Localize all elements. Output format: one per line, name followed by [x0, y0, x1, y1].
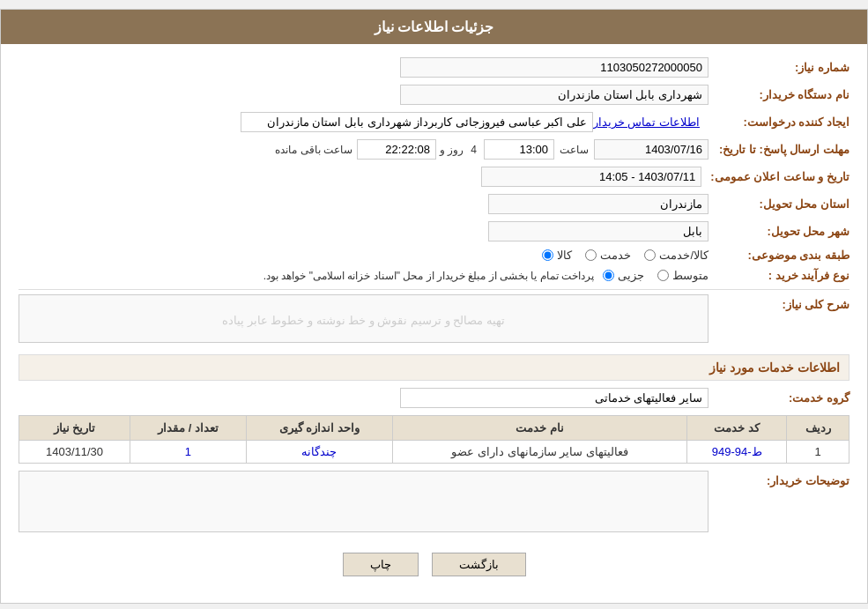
purchase-type-label: نوع فرآیند خرید : [708, 269, 849, 282]
buyer-notes-label: توضیحات خریدار: [708, 471, 849, 487]
buyer-notes-row: توضیحات خریدار: [19, 471, 849, 532]
service-group-input [400, 388, 708, 408]
deadline-time-input [484, 139, 554, 160]
remaining-label: ساعت باقی مانده [275, 144, 352, 156]
category-row: طبقه بندی موضوعی: کالا/خدمت خدمت کالا [19, 249, 849, 262]
table-body: 1 ط-94-949 فعالیتهای سایر سازمانهای دارا… [19, 441, 849, 464]
delivery-province-label: استان محل تحویل: [708, 197, 849, 211]
need-number-input [400, 57, 708, 78]
purchase-motevaset-label: متوسط [672, 269, 708, 282]
cell-qty: 1 [130, 441, 247, 464]
purchase-type-radio-group: متوسط جزیی [603, 269, 708, 282]
delivery-city-label: شهر محل تحویل: [708, 225, 849, 238]
purchase-jozi-item: جزیی [603, 269, 644, 282]
deadline-row: مهلت ارسال پاسخ: تا تاریخ: ساعت 4 روز و … [19, 139, 849, 160]
back-button[interactable]: بازگشت [432, 553, 526, 576]
buyer-org-label: نام دستگاه خریدار: [708, 88, 849, 101]
category-kala-radio[interactable] [542, 249, 553, 261]
category-kala-label: کالا [557, 249, 572, 262]
col-header-name: نام خدمت [393, 416, 687, 441]
creator-input [241, 112, 593, 132]
category-khadamat-radio[interactable] [585, 249, 597, 261]
category-label: طبقه بندی موضوعی: [708, 249, 849, 262]
category-kala-khadamat-item: کالا/خدمت [644, 249, 708, 262]
creator-row: ایجاد کننده درخواست: اطلاعات تماس خریدار [19, 112, 849, 132]
col-header-unit: واحد اندازه گیری [246, 416, 392, 441]
purchase-type-row: نوع فرآیند خرید : متوسط جزیی پرداخت تمام… [19, 269, 849, 282]
remaining-day-label: روز و [440, 144, 464, 156]
purchase-motevaset-radio[interactable] [657, 270, 669, 281]
services-table: ردیف کد خدمت نام خدمت واحد اندازه گیری ت… [19, 415, 849, 464]
creator-label: ایجاد کننده درخواست: [708, 115, 849, 129]
need-number-row: شماره نیاز: [19, 57, 849, 78]
category-kala-khadamat-label: کالا/خدمت [659, 249, 708, 262]
page-header: جزئیات اطلاعات نیاز [1, 10, 867, 44]
divider1 [19, 289, 849, 290]
buyer-org-row: نام دستگاه خریدار: [19, 85, 849, 105]
cell-code: ط-94-949 [686, 441, 786, 464]
remaining-time-input [357, 139, 436, 160]
table-header-row: ردیف کد خدمت نام خدمت واحد اندازه گیری ت… [19, 416, 849, 441]
category-kala-khadamat-radio[interactable] [644, 249, 656, 261]
announce-label: تاریخ و ساعت اعلان عمومی: [701, 170, 849, 183]
need-desc-row: شرح کلی نیاز: تهیه مصالح و ترسیم نقوش و … [19, 294, 849, 345]
content-area: شماره نیاز: نام دستگاه خریدار: ایجاد کنن… [1, 44, 867, 603]
table-row: 1 ط-94-949 فعالیتهای سایر سازمانهای دارا… [19, 441, 849, 464]
print-button[interactable]: چاپ [343, 553, 419, 576]
footer-buttons: بازگشت چاپ [19, 539, 849, 590]
cell-date: 1403/11/30 [19, 441, 130, 464]
remaining-days-value: 4 [471, 144, 477, 156]
col-header-code: کد خدمت [686, 416, 786, 441]
need-desc-textarea[interactable] [19, 294, 708, 343]
purchase-motevaset-item: متوسط [657, 269, 708, 282]
cell-rownum: 1 [787, 441, 849, 464]
buyer-notes-textarea[interactable] [19, 471, 708, 532]
purchase-jozi-radio[interactable] [603, 270, 614, 281]
delivery-city-input [488, 221, 708, 241]
cell-unit: چندگانه [246, 441, 392, 464]
page-container: جزئیات اطلاعات نیاز شماره نیاز: نام دستگ… [0, 9, 868, 604]
buyer-org-input [400, 85, 708, 105]
purchase-type-note: پرداخت تمام یا بخشی از مبلغ خریدار از مح… [263, 270, 594, 282]
category-khadamat-item: خدمت [585, 249, 631, 262]
service-group-row: گروه خدمت: [19, 388, 849, 408]
category-radio-group: کالا/خدمت خدمت کالا [542, 249, 708, 262]
need-desc-label: شرح کلی نیاز: [708, 294, 849, 311]
announce-input [481, 167, 701, 187]
category-khadamat-label: خدمت [600, 249, 631, 262]
announce-row: تاریخ و ساعت اعلان عمومی: [19, 167, 849, 187]
need-number-label: شماره نیاز: [708, 61, 849, 74]
deadline-label: مهلت ارسال پاسخ: تا تاریخ: [708, 143, 849, 156]
page-title: جزئیات اطلاعات نیاز [375, 19, 494, 34]
col-header-rownum: ردیف [787, 416, 849, 441]
cell-name: فعالیتهای سایر سازمانهای دارای عضو [393, 441, 687, 464]
deadline-date-input [594, 139, 708, 160]
delivery-province-row: استان محل تحویل: [19, 194, 849, 214]
service-group-label: گروه خدمت: [708, 391, 849, 405]
delivery-city-row: شهر محل تحویل: [19, 221, 849, 241]
purchase-jozi-label: جزیی [618, 269, 644, 282]
need-desc-area: تهیه مصالح و ترسیم نقوش و خط نوشته و خطو… [19, 294, 708, 345]
col-header-qty: تعداد / مقدار [130, 416, 247, 441]
delivery-province-input [488, 194, 708, 214]
deadline-time-label: ساعت [560, 144, 589, 156]
creator-contact-link[interactable]: اطلاعات تماس خریدار [593, 115, 700, 129]
services-section-header: اطلاعات خدمات مورد نیاز [19, 354, 849, 381]
category-kala-item: کالا [542, 249, 572, 262]
col-header-date: تاریخ نیاز [19, 416, 130, 441]
